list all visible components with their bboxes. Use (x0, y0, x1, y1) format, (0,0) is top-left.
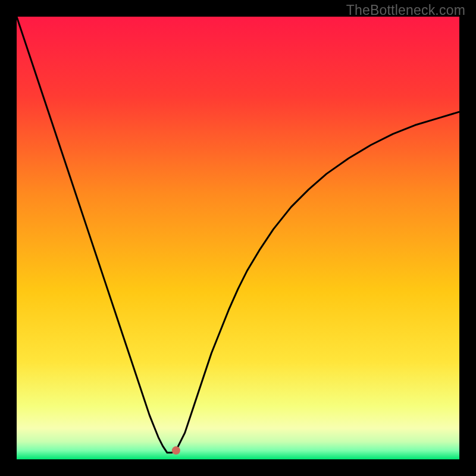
minimum-marker (172, 446, 180, 455)
gradient-background (17, 17, 459, 459)
bottleneck-plot (17, 17, 459, 459)
watermark-text: TheBottleneck.com (346, 2, 465, 18)
chart-frame: TheBottleneck.com (0, 0, 476, 476)
plot-outer-border (17, 17, 459, 459)
